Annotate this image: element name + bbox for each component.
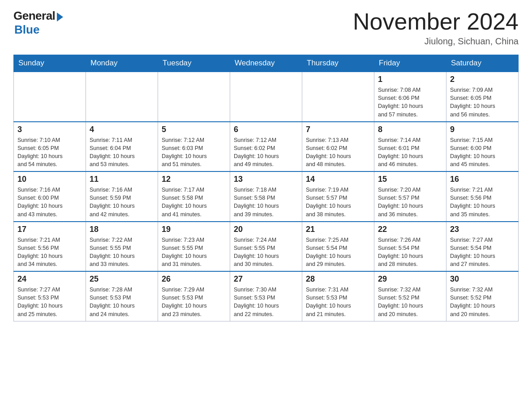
- day-info: Sunrise: 7:17 AMSunset: 5:58 PMDaylight:…: [162, 186, 226, 218]
- calendar-cell: 21Sunrise: 7:25 AMSunset: 5:54 PMDayligh…: [302, 222, 374, 272]
- column-header-tuesday: Tuesday: [158, 55, 230, 72]
- day-info: Sunrise: 7:29 AMSunset: 5:53 PMDaylight:…: [162, 286, 226, 318]
- week-row-5: 24Sunrise: 7:27 AMSunset: 5:53 PMDayligh…: [14, 271, 519, 321]
- calendar-cell: 29Sunrise: 7:32 AMSunset: 5:52 PMDayligh…: [374, 271, 446, 321]
- day-info: Sunrise: 7:32 AMSunset: 5:52 PMDaylight:…: [450, 286, 515, 318]
- calendar-cell: 25Sunrise: 7:28 AMSunset: 5:53 PMDayligh…: [86, 271, 158, 321]
- day-number: 16: [450, 175, 515, 184]
- day-info: Sunrise: 7:28 AMSunset: 5:53 PMDaylight:…: [90, 286, 154, 318]
- column-header-sunday: Sunday: [14, 55, 86, 72]
- calendar-cell: [302, 72, 374, 122]
- day-number: 20: [234, 225, 298, 234]
- day-number: 6: [234, 125, 298, 134]
- day-number: 10: [17, 175, 82, 184]
- calendar-cell: 22Sunrise: 7:26 AMSunset: 5:54 PMDayligh…: [374, 222, 446, 272]
- header: General Blue November 2024 Jiulong, Sich…: [13, 9, 519, 47]
- day-number: 27: [234, 274, 298, 284]
- logo: General Blue: [13, 9, 63, 37]
- day-info: Sunrise: 7:14 AMSunset: 6:01 PMDaylight:…: [378, 136, 442, 169]
- day-number: 19: [162, 225, 226, 234]
- day-number: 4: [90, 125, 154, 134]
- day-info: Sunrise: 7:27 AMSunset: 5:53 PMDaylight:…: [17, 286, 82, 318]
- calendar-cell: 16Sunrise: 7:21 AMSunset: 5:56 PMDayligh…: [446, 171, 519, 222]
- logo-general-text: General: [13, 9, 55, 23]
- calendar-cell: 19Sunrise: 7:23 AMSunset: 5:55 PMDayligh…: [158, 222, 230, 272]
- calendar-cell: 5Sunrise: 7:12 AMSunset: 6:03 PMDaylight…: [158, 122, 230, 172]
- day-number: 9: [450, 125, 515, 134]
- calendar-table: SundayMondayTuesdayWednesdayThursdayFrid…: [13, 55, 519, 321]
- day-info: Sunrise: 7:19 AMSunset: 5:57 PMDaylight:…: [306, 186, 370, 218]
- day-number: 18: [90, 225, 154, 234]
- day-info: Sunrise: 7:30 AMSunset: 5:53 PMDaylight:…: [234, 286, 298, 318]
- day-number: 24: [17, 274, 82, 284]
- day-info: Sunrise: 7:25 AMSunset: 5:54 PMDaylight:…: [306, 236, 370, 269]
- column-header-saturday: Saturday: [446, 55, 519, 72]
- day-number: 25: [90, 274, 154, 284]
- day-number: 28: [306, 274, 370, 284]
- day-info: Sunrise: 7:21 AMSunset: 5:56 PMDaylight:…: [450, 186, 515, 218]
- calendar-cell: [86, 72, 158, 122]
- day-info: Sunrise: 7:24 AMSunset: 5:55 PMDaylight:…: [234, 236, 298, 269]
- day-info: Sunrise: 7:10 AMSunset: 6:05 PMDaylight:…: [17, 136, 82, 169]
- day-number: 21: [306, 225, 370, 234]
- day-number: 1: [378, 75, 442, 84]
- calendar-cell: 7Sunrise: 7:13 AMSunset: 6:02 PMDaylight…: [302, 122, 374, 172]
- month-year-title: November 2024: [353, 9, 519, 34]
- title-area: November 2024 Jiulong, Sichuan, China: [353, 9, 519, 47]
- day-info: Sunrise: 7:12 AMSunset: 6:02 PMDaylight:…: [234, 136, 298, 169]
- day-info: Sunrise: 7:09 AMSunset: 6:05 PMDaylight:…: [450, 86, 515, 119]
- calendar-cell: 9Sunrise: 7:15 AMSunset: 6:00 PMDaylight…: [446, 122, 519, 172]
- day-number: 8: [378, 125, 442, 134]
- day-info: Sunrise: 7:23 AMSunset: 5:55 PMDaylight:…: [162, 236, 226, 269]
- day-info: Sunrise: 7:31 AMSunset: 5:53 PMDaylight:…: [306, 286, 370, 318]
- calendar-cell: 13Sunrise: 7:18 AMSunset: 5:58 PMDayligh…: [230, 171, 302, 222]
- calendar-cell: 4Sunrise: 7:11 AMSunset: 6:04 PMDaylight…: [86, 122, 158, 172]
- column-header-wednesday: Wednesday: [230, 55, 302, 72]
- day-info: Sunrise: 7:12 AMSunset: 6:03 PMDaylight:…: [162, 136, 226, 169]
- day-info: Sunrise: 7:16 AMSunset: 6:00 PMDaylight:…: [17, 186, 82, 218]
- calendar-cell: [14, 72, 86, 122]
- calendar-cell: 14Sunrise: 7:19 AMSunset: 5:57 PMDayligh…: [302, 171, 374, 222]
- day-number: 3: [17, 125, 82, 134]
- calendar-cell: 11Sunrise: 7:16 AMSunset: 5:59 PMDayligh…: [86, 171, 158, 222]
- column-header-monday: Monday: [86, 55, 158, 72]
- day-number: 11: [90, 175, 154, 184]
- day-info: Sunrise: 7:15 AMSunset: 6:00 PMDaylight:…: [450, 136, 515, 169]
- calendar-cell: 2Sunrise: 7:09 AMSunset: 6:05 PMDaylight…: [446, 72, 519, 122]
- week-row-3: 10Sunrise: 7:16 AMSunset: 6:00 PMDayligh…: [14, 171, 519, 222]
- day-number: 14: [306, 175, 370, 184]
- day-number: 12: [162, 175, 226, 184]
- logo-blue-text: Blue: [14, 23, 39, 37]
- calendar-cell: 3Sunrise: 7:10 AMSunset: 6:05 PMDaylight…: [14, 122, 86, 172]
- calendar-cell: 1Sunrise: 7:08 AMSunset: 6:06 PMDaylight…: [374, 72, 446, 122]
- logo-triangle-icon: [57, 13, 63, 21]
- calendar-cell: 24Sunrise: 7:27 AMSunset: 5:53 PMDayligh…: [14, 271, 86, 321]
- week-row-1: 1Sunrise: 7:08 AMSunset: 6:06 PMDaylight…: [14, 72, 519, 122]
- day-info: Sunrise: 7:08 AMSunset: 6:06 PMDaylight:…: [378, 86, 442, 119]
- location-subtitle: Jiulong, Sichuan, China: [353, 36, 519, 47]
- calendar-cell: 17Sunrise: 7:21 AMSunset: 5:56 PMDayligh…: [14, 222, 86, 272]
- calendar-cell: 15Sunrise: 7:20 AMSunset: 5:57 PMDayligh…: [374, 171, 446, 222]
- day-info: Sunrise: 7:27 AMSunset: 5:54 PMDaylight:…: [450, 236, 515, 269]
- week-row-2: 3Sunrise: 7:10 AMSunset: 6:05 PMDaylight…: [14, 122, 519, 172]
- day-info: Sunrise: 7:32 AMSunset: 5:52 PMDaylight:…: [378, 286, 442, 318]
- calendar-header-row: SundayMondayTuesdayWednesdayThursdayFrid…: [14, 55, 519, 72]
- day-number: 26: [162, 274, 226, 284]
- day-number: 5: [162, 125, 226, 134]
- day-number: 23: [450, 225, 515, 234]
- calendar-cell: 10Sunrise: 7:16 AMSunset: 6:00 PMDayligh…: [14, 171, 86, 222]
- calendar-cell: 30Sunrise: 7:32 AMSunset: 5:52 PMDayligh…: [446, 271, 519, 321]
- day-number: 15: [378, 175, 442, 184]
- day-info: Sunrise: 7:20 AMSunset: 5:57 PMDaylight:…: [378, 186, 442, 218]
- day-number: 22: [378, 225, 442, 234]
- day-number: 2: [450, 75, 515, 84]
- calendar-cell: 28Sunrise: 7:31 AMSunset: 5:53 PMDayligh…: [302, 271, 374, 321]
- calendar-cell: 8Sunrise: 7:14 AMSunset: 6:01 PMDaylight…: [374, 122, 446, 172]
- week-row-4: 17Sunrise: 7:21 AMSunset: 5:56 PMDayligh…: [14, 222, 519, 272]
- column-header-friday: Friday: [374, 55, 446, 72]
- calendar-cell: 18Sunrise: 7:22 AMSunset: 5:55 PMDayligh…: [86, 222, 158, 272]
- calendar-cell: 27Sunrise: 7:30 AMSunset: 5:53 PMDayligh…: [230, 271, 302, 321]
- day-number: 30: [450, 274, 515, 284]
- day-number: 17: [17, 225, 82, 234]
- day-info: Sunrise: 7:16 AMSunset: 5:59 PMDaylight:…: [90, 186, 154, 218]
